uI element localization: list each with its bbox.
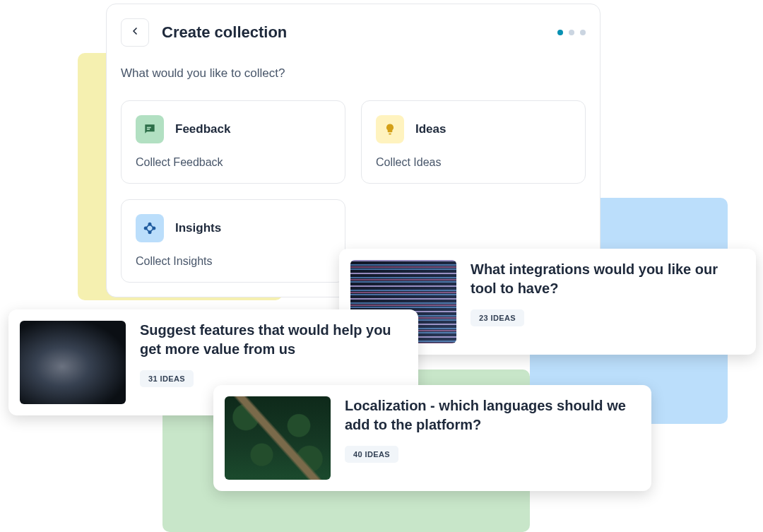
svg-point-3: [145, 227, 147, 229]
panel-header: Create collection: [121, 18, 586, 47]
idea-title: Localization - which languages should we…: [345, 396, 640, 435]
svg-rect-1: [147, 129, 150, 130]
option-desc: Collect Insights: [136, 255, 331, 268]
progress-dots: [557, 30, 586, 35]
option-feedback[interactable]: Feedback Collect Feedback: [121, 100, 345, 184]
prompt-text: What would you like to collect?: [121, 66, 586, 81]
idea-thumbnail: [225, 396, 331, 480]
option-desc: Collect Feedback: [136, 156, 331, 169]
lightbulb-icon: [376, 115, 404, 143]
idea-title: Suggest features that would help you get…: [140, 321, 407, 359]
page-title: Create collection: [162, 23, 287, 42]
option-title: Ideas: [415, 122, 446, 136]
option-insights[interactable]: Insights Collect Insights: [121, 199, 345, 283]
option-title: Feedback: [175, 122, 230, 136]
option-desc: Collect Ideas: [376, 156, 571, 169]
svg-point-2: [148, 223, 150, 225]
idea-title: What integrations would you like our too…: [471, 260, 745, 298]
chevron-left-icon: [129, 25, 141, 40]
idea-count-badge: 31 IDEAS: [140, 370, 194, 387]
option-title: Insights: [175, 221, 221, 235]
progress-dot: [557, 30, 563, 35]
option-ideas[interactable]: Ideas Collect Ideas: [361, 100, 586, 184]
insights-icon: [136, 214, 164, 242]
idea-count-badge: 40 IDEAS: [345, 446, 398, 463]
idea-count-badge: 23 IDEAS: [471, 309, 524, 326]
progress-dot: [569, 30, 574, 35]
back-button[interactable]: [121, 18, 149, 47]
svg-point-5: [148, 231, 150, 233]
progress-dot: [580, 30, 586, 35]
idea-card[interactable]: Localization - which languages should we…: [213, 385, 651, 491]
feedback-icon: [136, 115, 164, 143]
svg-point-4: [153, 227, 155, 229]
svg-rect-0: [147, 127, 151, 129]
idea-thumbnail: [20, 321, 126, 404]
